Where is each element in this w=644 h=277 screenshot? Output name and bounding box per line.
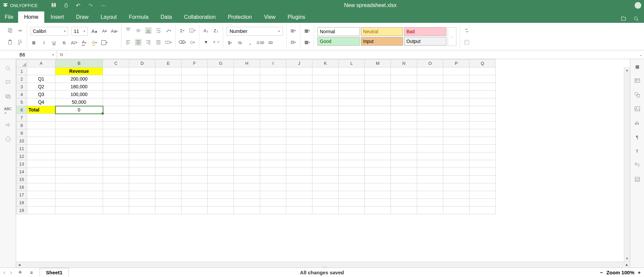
row-header-2[interactable]: 2 [16, 75, 27, 83]
cell-I9[interactable] [260, 129, 286, 137]
cell-F13[interactable] [182, 160, 208, 168]
cell-D2[interactable] [129, 75, 155, 83]
cell-B16[interactable] [55, 183, 103, 191]
cell-C8[interactable] [103, 122, 129, 129]
insert-cells-icon[interactable]: ⊞▾ [290, 27, 297, 34]
cell-Q8[interactable] [469, 122, 496, 129]
cell-D12[interactable] [129, 152, 155, 160]
cell-G2[interactable] [208, 75, 234, 83]
row-header-3[interactable]: 3 [16, 83, 27, 91]
cell-B2[interactable]: 200,000 [55, 75, 103, 83]
align-top-icon[interactable] [125, 27, 132, 34]
cell-F3[interactable] [182, 83, 208, 91]
cell-M3[interactable] [365, 83, 391, 91]
cell-A3[interactable]: Q2 [27, 83, 55, 91]
row-header-19[interactable]: 19 [16, 206, 27, 214]
cell-L18[interactable] [339, 199, 365, 206]
align-right-icon[interactable] [145, 39, 152, 46]
cell-H13[interactable] [234, 160, 260, 168]
cell-B10[interactable] [55, 137, 103, 145]
cell-B8[interactable] [55, 122, 103, 129]
cell-A15[interactable] [27, 176, 55, 183]
cell-A10[interactable] [27, 137, 55, 145]
cell-G13[interactable] [208, 160, 234, 168]
cell-C19[interactable] [103, 206, 129, 214]
chart-settings-icon[interactable] [634, 120, 641, 126]
cell-D18[interactable] [129, 199, 155, 206]
cell-K19[interactable] [312, 206, 339, 214]
cell-G8[interactable] [208, 122, 234, 129]
cell-F9[interactable] [182, 129, 208, 137]
sheet-list-icon[interactable]: ≡ [28, 269, 35, 276]
row-header-14[interactable]: 14 [16, 168, 27, 176]
cell-D15[interactable] [129, 176, 155, 183]
cell-F7[interactable] [182, 114, 208, 122]
cell-F8[interactable] [182, 122, 208, 129]
cell-A1[interactable] [27, 67, 55, 75]
cell-J3[interactable] [286, 83, 312, 91]
cell-Q6[interactable] [469, 106, 496, 114]
cell-H3[interactable] [234, 83, 260, 91]
table-template-icon[interactable]: ▦▾ [304, 39, 310, 46]
fill-color-icon[interactable]: ◇▾ [91, 39, 98, 46]
cell-N17[interactable] [391, 191, 417, 199]
cell-E12[interactable] [155, 152, 182, 160]
zoom-in-icon[interactable]: + [638, 270, 641, 275]
cell-C11[interactable] [103, 145, 129, 152]
column-header-F[interactable]: F [182, 59, 208, 67]
cell-G19[interactable] [208, 206, 234, 214]
tab-collaboration[interactable]: Collaboration [178, 11, 221, 23]
column-header-C[interactable]: C [103, 59, 129, 67]
cell-C4[interactable] [103, 91, 129, 98]
cell-G18[interactable] [208, 199, 234, 206]
cell-C7[interactable] [103, 114, 129, 122]
cell-H19[interactable] [234, 206, 260, 214]
image-settings-icon[interactable] [634, 105, 641, 112]
cell-N18[interactable] [391, 199, 417, 206]
row-header-12[interactable]: 12 [16, 152, 27, 160]
find-panel-icon[interactable] [5, 65, 11, 72]
cell-E2[interactable] [155, 75, 182, 83]
row-header-17[interactable]: 17 [16, 191, 27, 199]
style-good[interactable]: Good [317, 37, 360, 46]
cell-G4[interactable] [208, 91, 234, 98]
increase-font-icon[interactable]: A▴ [91, 28, 98, 35]
cell-N1[interactable] [391, 67, 417, 75]
cell-Q4[interactable] [469, 91, 496, 98]
cell-C17[interactable] [103, 191, 129, 199]
column-header-E[interactable]: E [155, 59, 182, 67]
decrease-font-icon[interactable]: A▾ [101, 28, 108, 35]
cell-D8[interactable] [129, 122, 155, 129]
cell-O13[interactable] [417, 160, 443, 168]
cell-F11[interactable] [182, 145, 208, 152]
cell-L5[interactable] [339, 98, 365, 106]
cell-J14[interactable] [286, 168, 312, 176]
cell-G6[interactable] [208, 106, 234, 114]
cell-E8[interactable] [155, 122, 182, 129]
cell-P1[interactable] [443, 67, 469, 75]
cell-E10[interactable] [155, 137, 182, 145]
cell-E5[interactable] [155, 98, 182, 106]
table-settings-icon[interactable] [634, 77, 641, 84]
cell-Q17[interactable] [469, 191, 496, 199]
cell-P16[interactable] [443, 183, 469, 191]
cell-I15[interactable] [260, 176, 286, 183]
cell-A13[interactable] [27, 160, 55, 168]
cell-B19[interactable] [55, 206, 103, 214]
font-size-select[interactable]: 11▾ [71, 27, 88, 36]
comments-panel-icon[interactable] [5, 79, 11, 86]
cell-D10[interactable] [129, 137, 155, 145]
vertical-scrollbar[interactable]: ▲▼ [624, 67, 630, 262]
cell-H14[interactable] [234, 168, 260, 176]
pivot-settings-icon[interactable] [634, 162, 641, 169]
cell-P6[interactable] [443, 106, 469, 114]
style-neutral[interactable]: Neutral [361, 27, 403, 36]
row-header-4[interactable]: 4 [16, 91, 27, 98]
style-bad[interactable]: Bad [404, 27, 446, 36]
cell-L3[interactable] [339, 83, 365, 91]
delete-cells-icon[interactable]: ⊟▾ [290, 39, 297, 46]
shape-settings-icon[interactable] [634, 91, 641, 98]
cell-L8[interactable] [339, 122, 365, 129]
cell-C3[interactable] [103, 83, 129, 91]
cell-K6[interactable] [312, 106, 339, 114]
